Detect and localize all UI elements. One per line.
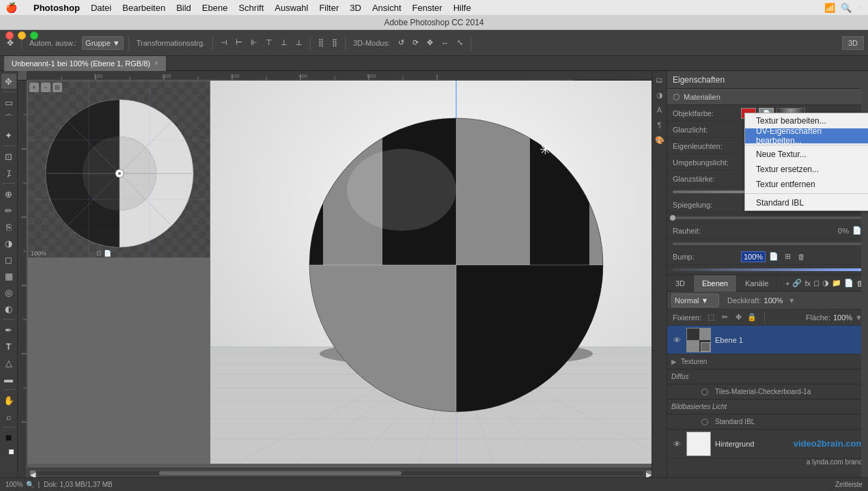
heal-tool[interactable]: ⊕ xyxy=(1,186,16,201)
layer-mask-icon[interactable]: ◻ xyxy=(813,279,820,287)
rib-color[interactable]: 🎨 xyxy=(654,134,666,146)
menu-hilfe[interactable]: Hilfe xyxy=(453,3,471,13)
rauheit-slider[interactable] xyxy=(673,242,863,245)
gradient-tool[interactable]: ▦ xyxy=(1,268,16,283)
align-center-v[interactable]: ⊥ xyxy=(278,34,290,52)
sublayer-ibl[interactable]: Standard IBL xyxy=(667,415,868,430)
spiegelung-slider[interactable] xyxy=(673,216,863,219)
type-tool[interactable]: T xyxy=(1,339,16,354)
panel-min[interactable]: − xyxy=(41,83,51,92)
document-tab[interactable]: Unbenannt-1 bei 100% (Ebene 1, RGB/8) × xyxy=(4,56,166,71)
flaeche-value[interactable]: 100% xyxy=(833,313,852,322)
tab-kanaele[interactable]: Kanäle xyxy=(737,275,777,292)
layer-hintergrund-visibility[interactable]: 👁 xyxy=(671,438,682,449)
ctx-uv-eigenschaften[interactable]: UV-Eigenschaften bearbeiten... xyxy=(745,128,868,143)
rib-adj[interactable]: ◑ xyxy=(654,89,666,101)
bump-extra-icon[interactable]: ⊞ xyxy=(782,251,793,262)
3d-viewport[interactable]: ✳ xyxy=(210,81,652,464)
move-tool-lt[interactable]: ✥ xyxy=(1,74,16,89)
panel-close[interactable]: × xyxy=(29,83,39,92)
autom-dropdown[interactable]: Gruppe ▼ xyxy=(82,36,124,50)
rib-properties[interactable]: 🗂 xyxy=(654,74,666,86)
tab-ebenen[interactable]: Ebenen xyxy=(694,275,737,292)
minimize-button[interactable] xyxy=(18,31,26,40)
crop-tool[interactable]: ⊡ xyxy=(1,149,16,164)
menu-auswahl[interactable]: Auswahl xyxy=(275,3,308,13)
scroll-left[interactable]: ◀ xyxy=(30,471,36,476)
apple-menu[interactable]: 🍎 xyxy=(5,2,17,13)
shape-tool[interactable]: ▬ xyxy=(1,371,16,387)
align-top[interactable]: ⊤ xyxy=(263,34,275,52)
foreground-color[interactable]: ■ xyxy=(1,430,16,445)
3d-slide[interactable]: ↔ xyxy=(438,34,451,52)
bump-file-icon[interactable]: 📄 xyxy=(768,251,779,262)
fix-lock-pixels[interactable]: ✏ xyxy=(719,312,730,323)
layer-add-icon[interactable]: + xyxy=(785,279,789,287)
layer-link-icon[interactable]: 🔗 xyxy=(792,279,802,287)
layer-group-icon[interactable]: 📁 xyxy=(832,279,841,287)
blend-mode-dropdown[interactable]: Normal ▼ xyxy=(671,294,719,307)
mode-3d-value[interactable]: 3D xyxy=(842,36,864,50)
list-icon[interactable]: ≡ xyxy=(857,3,863,13)
sublayer-bbl[interactable]: Bildbasiertes Licht xyxy=(667,399,868,415)
rib-char[interactable]: A xyxy=(654,104,666,116)
dodge-tool[interactable]: ◐ xyxy=(1,301,16,316)
menu-datei[interactable]: Datei xyxy=(91,3,111,13)
layer-ebene1[interactable]: 👁 Ebene 1 xyxy=(667,326,868,354)
menu-filter[interactable]: Filter xyxy=(319,3,339,13)
lasso-tool[interactable]: ⌒ xyxy=(1,111,16,126)
3d-orbit[interactable]: ↺ xyxy=(395,34,407,52)
ctx-textur-entfernen[interactable]: Textur entfernen xyxy=(745,177,868,192)
3d-pan[interactable]: ✥ xyxy=(424,34,436,52)
menu-ansicht[interactable]: Ansicht xyxy=(372,3,402,13)
align-right[interactable]: ⊩ xyxy=(248,34,260,52)
rib-para[interactable]: ¶ xyxy=(654,119,666,131)
layer-ebene1-visibility[interactable]: 👁 xyxy=(671,335,682,346)
magic-wand-tool[interactable]: ✦ xyxy=(1,128,16,143)
fix-lock-position[interactable]: ✥ xyxy=(733,312,744,323)
bump-slider[interactable] xyxy=(673,268,863,271)
menu-ebene[interactable]: Ebene xyxy=(202,3,228,13)
search-icon[interactable]: 🔍 xyxy=(841,3,852,13)
dist-v[interactable]: ⣿ xyxy=(329,34,340,52)
clone-tool[interactable]: ⎘ xyxy=(1,219,16,234)
menu-bearbeiten[interactable]: Bearbeiten xyxy=(122,3,165,13)
scroll-right[interactable]: ▶ xyxy=(646,471,652,476)
3d-scale[interactable]: ⤡ xyxy=(454,34,466,52)
zoom-icon[interactable]: 🔍 xyxy=(26,481,34,488)
menu-schrift[interactable]: Schrift xyxy=(238,3,264,13)
rect-select-tool[interactable]: ▭ xyxy=(1,95,16,110)
ctx-textur-ersetzen[interactable]: Textur ersetzen... xyxy=(745,162,868,177)
close-button[interactable] xyxy=(5,31,14,40)
align-center-h[interactable]: ⊢ xyxy=(233,34,245,52)
3d-roll[interactable]: ⟳ xyxy=(410,34,421,52)
menu-3d[interactable]: 3D xyxy=(350,3,361,13)
hand-tool[interactable]: ✋ xyxy=(1,393,16,408)
layer-new-icon[interactable]: 📄 xyxy=(844,279,854,287)
eyedropper-tool[interactable]: ⁒ xyxy=(1,165,16,180)
eraser-tool[interactable]: ◻ xyxy=(1,252,16,267)
zoom-tool[interactable]: ⌕ xyxy=(1,409,16,424)
menu-bild[interactable]: Bild xyxy=(176,3,191,13)
scroll-thumb-h[interactable] xyxy=(159,471,401,475)
spiegelung-handle[interactable] xyxy=(670,215,675,221)
tiles-eye-icon[interactable] xyxy=(701,389,708,395)
deckkraft-value[interactable]: 100% xyxy=(764,296,783,305)
dist-h[interactable]: ⣿ xyxy=(316,34,326,52)
pen-tool[interactable]: ✒ xyxy=(1,322,16,337)
menu-fenster[interactable]: Fenster xyxy=(412,3,443,13)
fix-lock-transparent[interactable]: ⬚ xyxy=(705,312,716,323)
maximize-button[interactable] xyxy=(30,31,38,40)
ctx-neue-textur[interactable]: Neue Textur... xyxy=(745,147,868,162)
sublayer-texturen[interactable]: ▶ Texturen xyxy=(667,354,868,369)
blur-tool[interactable]: ◎ xyxy=(1,285,16,300)
scrollbar-h[interactable]: ◀ ▶ xyxy=(27,468,652,477)
align-bottom[interactable]: ⊥ xyxy=(293,34,305,52)
tab-3d[interactable]: 3D xyxy=(667,275,694,292)
history-brush[interactable]: ◑ xyxy=(1,236,16,251)
brush-tool[interactable]: ✏ xyxy=(1,203,16,218)
layer-adj-icon[interactable]: ◑ xyxy=(822,279,829,287)
path-tool[interactable]: △ xyxy=(1,355,16,370)
sublayer-diffus[interactable]: Diffus xyxy=(667,369,868,384)
align-left[interactable]: ⊣ xyxy=(218,34,230,52)
